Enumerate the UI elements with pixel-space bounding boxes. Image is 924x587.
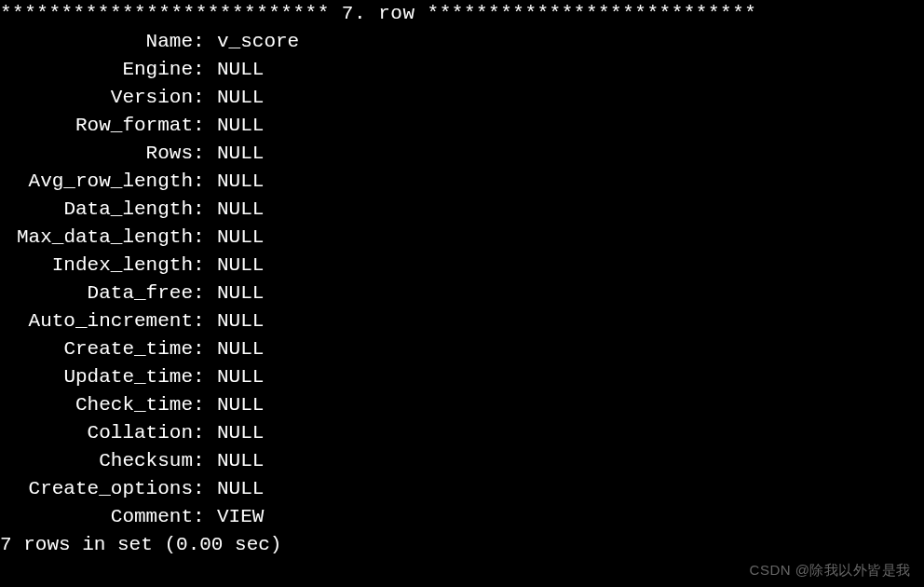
field-value: NULL xyxy=(217,252,924,280)
field-row: Version: NULL xyxy=(0,84,924,112)
field-value: VIEW xyxy=(217,503,924,531)
field-value: NULL xyxy=(217,419,924,447)
field-label: Row_format xyxy=(0,112,193,140)
field-separator: : xyxy=(193,447,217,475)
field-value: NULL xyxy=(217,84,924,112)
field-row: Collation: NULL xyxy=(0,419,924,447)
field-value: NULL xyxy=(217,447,924,475)
terminal-output: *************************** 7. row *****… xyxy=(0,0,924,559)
field-value: NULL xyxy=(217,112,924,140)
field-row: Engine: NULL xyxy=(0,56,924,84)
stars-right: *************************** xyxy=(428,3,757,24)
field-row: Create_options: NULL xyxy=(0,475,924,503)
field-separator: : xyxy=(193,112,217,140)
watermark-text: CSDN @除我以外皆是我 xyxy=(750,560,911,580)
field-separator: : xyxy=(193,503,217,531)
row-separator-header: *************************** 7. row *****… xyxy=(0,0,924,28)
field-label: Comment xyxy=(0,503,193,531)
field-label: Create_time xyxy=(0,335,193,363)
field-value: NULL xyxy=(217,335,924,363)
field-value: NULL xyxy=(217,391,924,419)
field-row: Index_length: NULL xyxy=(0,252,924,280)
field-value: NULL xyxy=(217,140,924,168)
field-label: Engine xyxy=(0,56,193,84)
field-separator: : xyxy=(193,419,217,447)
field-row: Checksum: NULL xyxy=(0,447,924,475)
field-separator: : xyxy=(193,140,217,168)
field-row: Update_time: NULL xyxy=(0,363,924,391)
field-separator: : xyxy=(193,335,217,363)
field-label: Avg_row_length xyxy=(0,168,193,196)
field-separator: : xyxy=(193,280,217,307)
field-label: Index_length xyxy=(0,252,193,280)
field-separator: : xyxy=(193,196,217,224)
field-label: Update_time xyxy=(0,363,193,391)
field-separator: : xyxy=(193,84,217,112)
field-label: Version xyxy=(0,84,193,112)
field-row: Row_format: NULL xyxy=(0,112,924,140)
stars-left: *************************** xyxy=(0,3,330,24)
field-value: NULL xyxy=(217,363,924,391)
field-label: Rows xyxy=(0,140,193,168)
field-value: NULL xyxy=(217,168,924,196)
field-label: Name xyxy=(0,28,193,56)
field-label: Create_options xyxy=(0,475,193,503)
field-separator: : xyxy=(193,168,217,196)
field-separator: : xyxy=(193,307,217,335)
field-value: v_score xyxy=(217,28,924,56)
field-value: NULL xyxy=(217,280,924,307)
field-row: Max_data_length: NULL xyxy=(0,224,924,252)
field-row: Comment: VIEW xyxy=(0,503,924,531)
field-row: Auto_increment: NULL xyxy=(0,307,924,335)
field-row: Avg_row_length: NULL xyxy=(0,168,924,196)
field-separator: : xyxy=(193,28,217,56)
field-label: Data_free xyxy=(0,280,193,307)
field-separator: : xyxy=(193,475,217,503)
field-separator: : xyxy=(193,224,217,252)
field-row: Name: v_score xyxy=(0,28,924,56)
query-result-footer: 7 rows in set (0.00 sec) xyxy=(0,531,924,559)
field-value: NULL xyxy=(217,56,924,84)
field-label: Checksum xyxy=(0,447,193,475)
field-value: NULL xyxy=(217,196,924,224)
field-value: NULL xyxy=(217,224,924,252)
field-row: Check_time: NULL xyxy=(0,391,924,419)
field-label: Check_time xyxy=(0,391,193,419)
field-row: Data_length: NULL xyxy=(0,196,924,224)
field-label: Auto_increment xyxy=(0,307,193,335)
field-separator: : xyxy=(193,363,217,391)
row-number-label: 7. row xyxy=(330,3,428,24)
field-separator: : xyxy=(193,252,217,280)
field-value: NULL xyxy=(217,475,924,503)
field-separator: : xyxy=(193,391,217,419)
field-label: Collation xyxy=(0,419,193,447)
field-row: Rows: NULL xyxy=(0,140,924,168)
field-row: Data_free: NULL xyxy=(0,280,924,307)
field-label: Data_length xyxy=(0,196,193,224)
field-separator: : xyxy=(193,56,217,84)
fields-list: Name: v_scoreEngine: NULLVersion: NULLRo… xyxy=(0,28,924,531)
field-row: Create_time: NULL xyxy=(0,335,924,363)
field-label: Max_data_length xyxy=(0,224,193,252)
field-value: NULL xyxy=(217,307,924,335)
